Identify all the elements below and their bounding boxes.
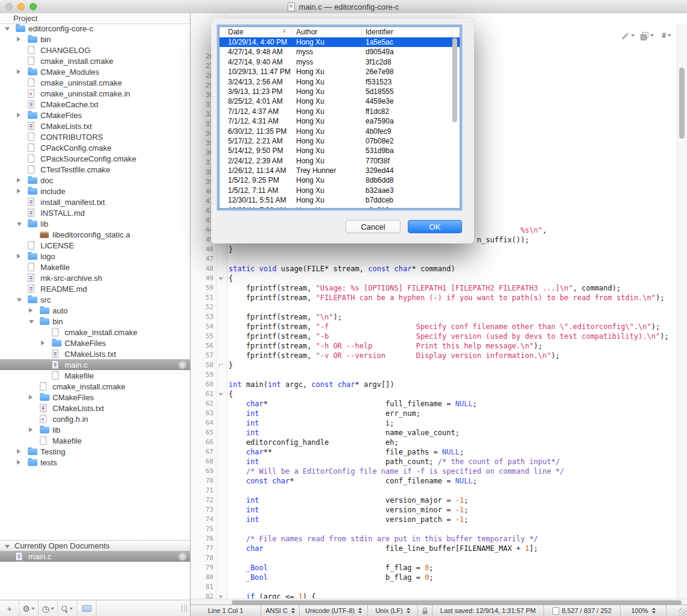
tree-item-install_manifest.txt[interactable]: install_manifest.txt [0, 196, 190, 207]
disclosure-closed-icon[interactable] [29, 427, 33, 432]
tree-item-cmake_install.cmake[interactable]: cmake_install.cmake [0, 55, 190, 66]
ok-button[interactable]: OK [408, 220, 462, 233]
tree-item-INSTALL.md[interactable]: INSTALL.md [0, 207, 190, 218]
column-header-author[interactable]: Author [296, 28, 317, 36]
disclosure-closed-icon[interactable] [17, 254, 21, 259]
panel-toggle-button[interactable] [77, 600, 97, 616]
revision-row[interactable]: 4/27/14, 9:48 AMmyssd90549a [220, 47, 460, 57]
revision-row[interactable]: 10/29/14, 4:40 PMHong Xu1a5e5ac [220, 37, 460, 47]
dialog-scrollbar-thumb[interactable] [452, 38, 457, 122]
open-documents-header[interactable]: Currently Open Documents [0, 540, 190, 552]
close-icon[interactable]: × [179, 361, 186, 369]
disclosure-closed-icon[interactable] [17, 178, 21, 183]
vertical-scrollbar[interactable] [677, 24, 687, 599]
lock-toggle[interactable] [418, 605, 432, 616]
disclosure-closed-icon[interactable] [29, 308, 33, 313]
tree-item-CMakeFiles[interactable]: CMakeFiles [0, 392, 190, 403]
recent-files-button[interactable]: ◷ [39, 600, 58, 616]
revision-row[interactable]: 6/30/12, 11:35 PMHong Xu4b0fec9 [220, 127, 460, 136]
column-header-date[interactable]: Date [228, 28, 243, 36]
tree-item-bin[interactable]: bin [0, 34, 190, 45]
tree-item-libeditorconfig_static.a[interactable]: libeditorconfig_static.a [0, 229, 190, 240]
disclosure-closed-icon[interactable] [17, 69, 21, 74]
tree-item-CMakeCache.txt[interactable]: CMakeCache.txt [0, 99, 190, 110]
revision-row[interactable]: 5/14/12, 9:50 PMHong Xu531d9ba [220, 146, 460, 156]
related-files-button[interactable] [642, 34, 654, 38]
disclosure-closed-icon[interactable] [17, 189, 21, 193]
vertical-scrollbar-thumb[interactable] [679, 68, 685, 139]
tree-item-cmake_uninstall.cmake.in[interactable]: cmake_uninstall.cmake.in [0, 88, 190, 99]
revision-row[interactable]: 2/24/12, 2:39 AMHong Xu770f38f [220, 156, 460, 166]
tree-item-Makefile[interactable]: Makefile [0, 435, 190, 446]
horizontal-scrollbar-thumb[interactable] [232, 600, 682, 605]
close-window-button[interactable] [5, 3, 13, 10]
disclosure-open-icon[interactable] [29, 320, 34, 324]
line-ending-selector[interactable]: Unix (LF) [368, 605, 418, 616]
disclosure-open-icon[interactable] [17, 222, 22, 226]
search-menu-button[interactable] [58, 600, 77, 616]
zoom-selector[interactable]: 100% [621, 605, 666, 616]
tree-item-CMake_Modules[interactable]: CMake_Modules [0, 66, 190, 77]
tree-item-CMakeLists.txt[interactable]: CMakeLists.txt [0, 121, 190, 131]
revision-row[interactable]: 1/26/12, 11:14 AMTrey Hunner329ed44 [220, 166, 460, 175]
disclosure-open-icon[interactable] [17, 298, 22, 302]
disclosure-closed-icon[interactable] [17, 449, 21, 454]
tree-item-CMakeFiles[interactable]: CMakeFiles [0, 110, 190, 121]
tree-item-lib[interactable]: lib [0, 424, 190, 435]
open-document-main.c[interactable]: main.c× [0, 551, 190, 562]
minimize-window-button[interactable] [17, 3, 25, 10]
tree-item-include[interactable]: include [0, 186, 190, 196]
tree-item-cmake_uninstall.cmake[interactable]: cmake_uninstall.cmake [0, 77, 190, 88]
disclosure-closed-icon[interactable] [17, 37, 21, 42]
fold-marker-icon[interactable] [218, 393, 223, 396]
horizontal-scrollbar[interactable] [191, 599, 687, 605]
bundle-actions-button[interactable] [621, 31, 635, 40]
tree-item-editorconfig-core-c[interactable]: editorconfig-core-c [0, 23, 190, 34]
tree-item-bin[interactable]: bin [0, 316, 190, 327]
tree-item-auto[interactable]: auto [0, 305, 190, 316]
revision-row[interactable]: 1/5/12, 9:25 PMHong Xu8db6dd8 [220, 175, 460, 185]
symbol-list-button[interactable]: # [662, 31, 671, 40]
tree-item-src[interactable]: src [0, 294, 190, 305]
revision-row[interactable]: 12/26/11, 7:29 AMHong Xuc3e318c [220, 206, 460, 209]
disclosure-open-icon[interactable] [5, 27, 10, 31]
disclosure-closed-icon[interactable] [17, 460, 21, 465]
tree-item-CPackConfig.cmake[interactable]: CPackConfig.cmake [0, 142, 190, 153]
revision-row[interactable]: 5/17/12, 2:21 AMHong Xu07b08e2 [220, 136, 460, 146]
tree-item-Makefile[interactable]: Makefile [0, 262, 190, 272]
tree-item-mk-src-archive.sh[interactable]: mk-src-archive.sh [0, 272, 190, 283]
sidebar-resize-grip[interactable] [182, 605, 188, 612]
tree-item-config.h.in[interactable]: config.h.in [0, 413, 190, 424]
revision-row[interactable]: 12/30/11, 5:51 AMHong Xub7ddceb [220, 195, 460, 205]
add-button[interactable]: + [0, 600, 19, 616]
revision-row[interactable]: 10/29/13, 11:47 PMHong Xu26e7e98 [220, 67, 460, 77]
column-header-identifier[interactable]: Identifier [366, 28, 393, 36]
tree-item-cmake_install.cmake[interactable]: cmake_install.cmake [0, 381, 190, 392]
disclosure-open-icon[interactable] [5, 545, 10, 548]
disclosure-closed-icon[interactable] [29, 395, 33, 400]
tree-item-lib[interactable]: lib [0, 218, 190, 229]
revision-row[interactable]: 8/25/12, 4:01 AMHong Xu4459e3e [220, 96, 460, 106]
document-proxy-icon[interactable] [288, 2, 295, 11]
encoding-selector[interactable]: Unicode (UTF-8) [300, 605, 368, 616]
tree-item-CMakeLists.txt[interactable]: CMakeLists.txt [0, 403, 190, 413]
tree-item-Makefile[interactable]: Makefile [0, 370, 190, 381]
cancel-button[interactable]: Cancel [346, 220, 400, 233]
revision-row[interactable]: 3/9/13, 11:23 PMHong Xu5d18555 [220, 87, 460, 96]
tree-item-CPackSourceConfig.cmake[interactable]: CPackSourceConfig.cmake [0, 153, 190, 164]
revision-row[interactable]: 1/5/12, 7:11 AMHong Xub32aae3 [220, 186, 460, 195]
zoom-window-button[interactable] [30, 3, 37, 10]
tree-item-CMakeFiles[interactable]: CMakeFiles [0, 338, 190, 348]
revision-row[interactable]: 7/1/12, 4:37 AMHong Xuff1dc82 [220, 107, 460, 116]
disclosure-closed-icon[interactable] [41, 341, 45, 345]
tree-item-CONTRIBUTORS[interactable]: CONTRIBUTORS [0, 131, 190, 142]
close-icon[interactable]: × [179, 553, 186, 561]
tree-item-CTestTestfile.cmake[interactable]: CTestTestfile.cmake [0, 164, 190, 175]
tree-item-tests[interactable]: tests [0, 457, 190, 468]
language-selector[interactable]: ANSI C [261, 605, 300, 616]
revision-row[interactable]: 7/1/12, 4:31 AMHong Xuea7590a [220, 116, 460, 126]
revision-row[interactable]: 3/24/13, 2:56 AMHong Xuf531523 [220, 77, 460, 87]
tree-item-logo[interactable]: logo [0, 251, 190, 262]
tree-item-main.c[interactable]: main.c× [0, 359, 190, 370]
tree-item-CHANGELOG[interactable]: CHANGELOG [0, 45, 190, 55]
